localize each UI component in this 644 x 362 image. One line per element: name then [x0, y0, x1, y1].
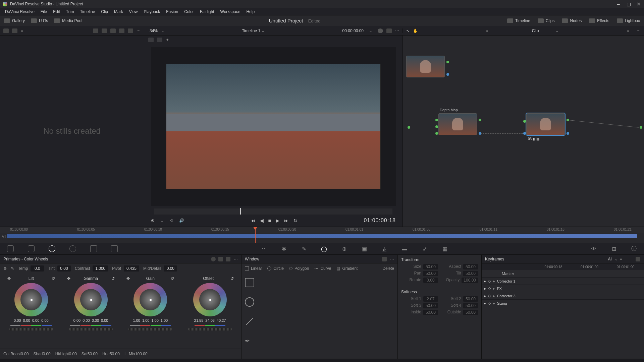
timeline-name[interactable]: Timeline 1 — [242, 28, 260, 33]
tab-hdr[interactable] — [62, 243, 83, 255]
tab-info[interactable]: ⓘ — [624, 243, 644, 255]
rotate-value[interactable]: 0.00 — [423, 278, 438, 283]
tab-key[interactable]: ▬ — [394, 243, 415, 255]
offset-v2[interactable]: 40.27 — [217, 318, 226, 322]
menu-davinci[interactable]: DaVinci Resolve — [2, 9, 38, 14]
gain-jog[interactable] — [128, 328, 172, 330]
viewer-grid-icon[interactable] — [386, 28, 392, 33]
primaries-wheel-mode-icon[interactable] — [211, 257, 216, 261]
lift-reset-icon[interactable]: ↺ — [52, 276, 55, 281]
node-3-in-alpha[interactable] — [523, 132, 526, 135]
zoom-value[interactable]: 34% — [150, 28, 158, 33]
image-wipe-icon[interactable] — [148, 38, 154, 42]
menu-mark[interactable]: Mark — [111, 9, 126, 14]
menu-file[interactable]: File — [38, 9, 50, 14]
aspect-value[interactable]: 50.00 — [463, 264, 478, 269]
menu-fairlight[interactable]: Fairlight — [197, 9, 217, 14]
gamma-v1[interactable]: 0.00 — [83, 318, 90, 322]
next-frame-button[interactable]: ⏭ — [284, 218, 289, 223]
bypass-icon[interactable]: ⊗ — [151, 218, 154, 223]
node-2-in3[interactable] — [435, 132, 438, 135]
node-1[interactable] — [406, 56, 445, 77]
gallery-still-icon[interactable] — [12, 28, 17, 33]
tab-motion[interactable] — [104, 243, 125, 255]
tab-color-match[interactable] — [21, 243, 42, 255]
gain-reset-icon[interactable]: ↺ — [171, 276, 174, 281]
add-polygon-button[interactable]: ⬠Polygon — [289, 266, 309, 271]
gain-v1[interactable]: 1.00 — [142, 318, 149, 322]
viewer-scrubber[interactable] — [154, 208, 392, 215]
menu-edit[interactable]: Edit — [50, 9, 63, 14]
tab-tracker[interactable]: ⊕ — [334, 243, 354, 255]
soft2-value[interactable]: 50.00 — [463, 296, 478, 302]
auto-balance-icon[interactable]: ⊛ — [3, 266, 7, 271]
tint-value[interactable]: 0.00 — [57, 265, 71, 272]
timeline-playhead[interactable] — [255, 227, 256, 243]
sat-value[interactable]: 50.00 — [88, 352, 98, 356]
window-row-pen[interactable]: ✒ — [245, 334, 394, 348]
node-2-out-alpha[interactable] — [479, 132, 481, 135]
gamma-wheel[interactable] — [74, 283, 108, 316]
graph-output[interactable] — [640, 126, 642, 129]
viewer-canvas[interactable] — [151, 47, 396, 206]
kf-ruler[interactable]: 01:00:00:18 01:00:01:00 01:00:01:09 — [482, 263, 644, 270]
shad-value[interactable]: 0.00 — [43, 352, 50, 356]
primaries-more-icon[interactable]: ⋯ — [234, 257, 238, 261]
node-3-out-alpha[interactable] — [567, 132, 569, 135]
mute-icon[interactable]: 🔊 — [179, 218, 184, 223]
timeline-timecode[interactable]: 00:00:00:00 — [342, 28, 364, 33]
gain-v3[interactable]: 1.00 — [161, 318, 168, 322]
contrast-value[interactable]: 1.000 — [93, 265, 108, 272]
offset-v1[interactable]: 24.03 — [205, 318, 215, 322]
nodes-toggle[interactable]: Nodes — [562, 18, 582, 23]
menu-trim[interactable]: Trim — [63, 9, 77, 14]
luts-toggle[interactable]: LUTs — [31, 18, 48, 23]
offset-jog[interactable] — [188, 328, 232, 330]
lift-wheel[interactable] — [14, 283, 48, 316]
node-3-in-rgb[interactable] — [523, 120, 526, 123]
pointer-tool-icon[interactable]: ↖ — [406, 28, 410, 33]
lift-picker-icon[interactable]: ✥ — [7, 276, 11, 281]
lift-v2[interactable]: 0.00 — [32, 318, 39, 322]
graph-input[interactable] — [408, 126, 410, 129]
tab-camera-raw[interactable] — [0, 243, 21, 255]
node-2-in2[interactable] — [435, 125, 438, 128]
hand-tool-icon[interactable]: ✋ — [413, 28, 418, 33]
kf-item-corrector1[interactable]: ●◇▶Corrector 1 — [482, 278, 644, 285]
window-more-icon[interactable]: ⋯ — [390, 257, 394, 261]
gallery-mode-icon[interactable] — [3, 28, 9, 33]
mediapool-toggle[interactable]: Media Pool — [54, 18, 82, 23]
tab-magic-mask[interactable]: ▣ — [354, 243, 374, 255]
outside-value[interactable]: 50.00 — [463, 310, 478, 315]
close-button[interactable]: ✕ — [636, 1, 641, 7]
scrubber-playhead[interactable] — [240, 208, 241, 215]
node-1-out-alpha[interactable] — [446, 73, 449, 76]
pivot-value[interactable]: 0.435 — [124, 265, 139, 272]
menu-playback[interactable]: Playback — [141, 9, 163, 14]
clips-toggle[interactable]: Clips — [538, 18, 555, 23]
maximize-button[interactable]: ▢ — [626, 1, 631, 7]
primaries-log-mode-icon[interactable] — [226, 257, 230, 261]
keyframes-all-label[interactable]: All — [608, 257, 612, 261]
offset-wheel[interactable] — [193, 283, 227, 316]
tab-rgb-mixer[interactable] — [83, 243, 104, 255]
delete-window-button[interactable]: Delete — [382, 266, 394, 271]
gamma-picker-icon[interactable]: ✥ — [67, 276, 70, 281]
tab-3d[interactable]: ▦ — [435, 243, 455, 255]
keyframes-expand-icon[interactable] — [636, 257, 640, 261]
menu-fusion[interactable]: Fusion — [163, 9, 181, 14]
offset-reset-icon[interactable]: ↺ — [230, 276, 234, 281]
timeline-ruler[interactable]: 01:00:00:00 01:00:00:05 01:00:00:10 01:0… — [0, 227, 644, 233]
split-screen-icon[interactable] — [157, 38, 162, 42]
highlight-icon[interactable]: ✦ — [166, 38, 169, 42]
middetail-value[interactable]: 0.00 — [164, 265, 177, 272]
first-frame-button[interactable]: ⏮ — [251, 218, 255, 223]
node-3[interactable]: 03▮▦ — [526, 113, 565, 135]
lift-v1[interactable]: 0.00 — [23, 318, 30, 322]
node-1-out-rgb[interactable] — [446, 61, 449, 63]
gallery-toggle[interactable]: Gallery — [4, 18, 25, 23]
kf-playhead[interactable] — [579, 263, 579, 359]
add-linear-button[interactable]: Linear — [245, 266, 262, 271]
tab-warper[interactable]: ✱ — [274, 243, 294, 255]
window-row-curve[interactable] — [245, 314, 394, 328]
